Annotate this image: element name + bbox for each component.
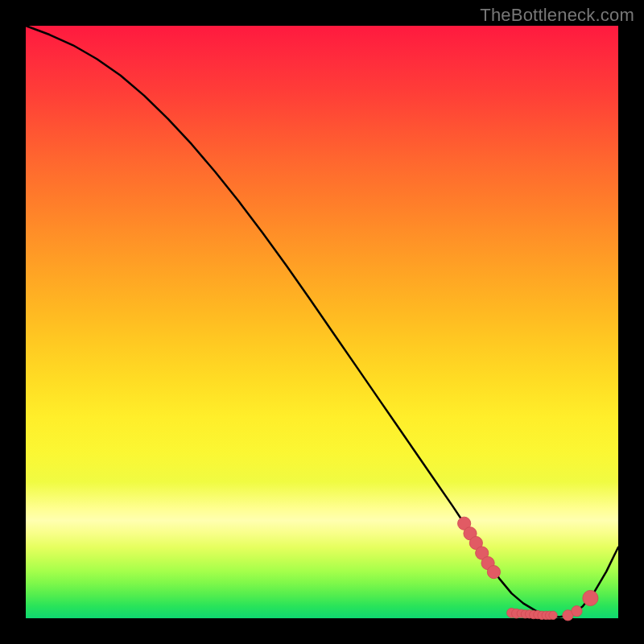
watermark-text: TheBottleneck.com: [480, 5, 634, 26]
data-marker: [572, 606, 582, 617]
plot-area: [26, 26, 618, 618]
chart-svg: [26, 26, 618, 618]
data-marker: [487, 565, 500, 578]
data-marker: [549, 611, 557, 619]
data-marker: [583, 590, 598, 605]
chart-stage: TheBottleneck.com: [0, 0, 644, 644]
curve-line: [26, 26, 618, 617]
